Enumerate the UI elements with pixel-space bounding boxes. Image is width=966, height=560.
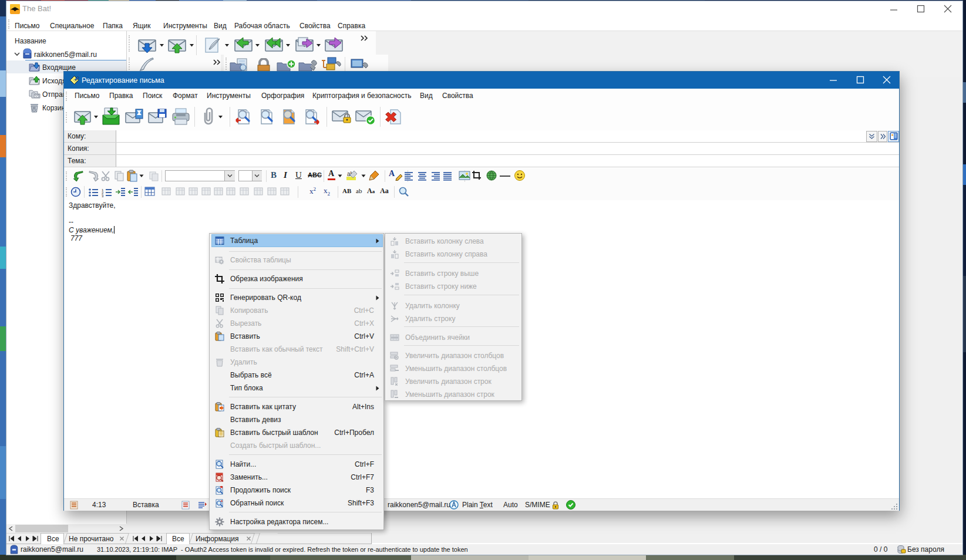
svg-text:3: 3 <box>102 194 104 198</box>
